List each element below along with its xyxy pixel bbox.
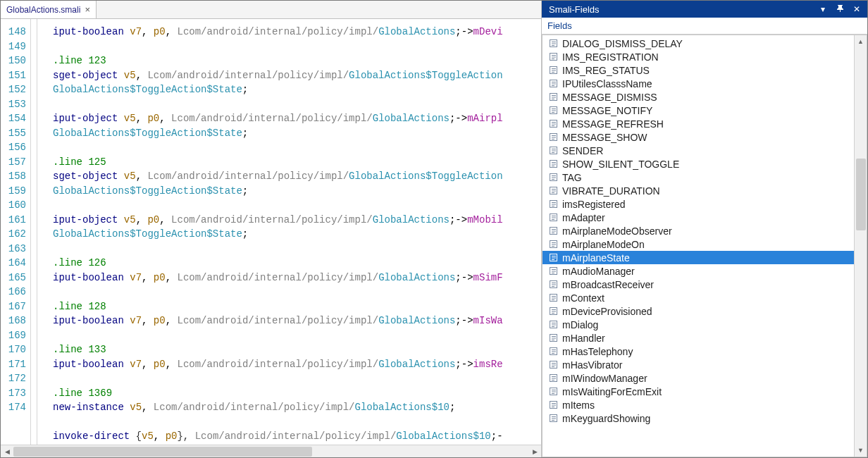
- field-item[interactable]: MESSAGE_REFRESH: [542, 117, 854, 130]
- code-line[interactable]: GlobalActions$ToggleAction$State;: [53, 227, 541, 242]
- field-icon: [548, 266, 558, 276]
- code-line[interactable]: [53, 285, 541, 299]
- code-line[interactable]: new-instance v5, Lcom/android/internal/p…: [53, 400, 541, 415]
- field-item[interactable]: mHasTelephony: [542, 345, 854, 358]
- field-label: mDialog: [562, 319, 598, 330]
- field-item[interactable]: mHasVibrator: [542, 358, 854, 371]
- scroll-right-icon[interactable]: ▶: [528, 445, 541, 457]
- field-label: mHasVibrator: [562, 359, 622, 371]
- code-line[interactable]: GlobalActions$ToggleAction$State;: [53, 126, 541, 141]
- code-line[interactable]: [53, 140, 541, 155]
- code-line[interactable]: [53, 39, 541, 54]
- field-item[interactable]: mIsWaitingForEcmExit: [542, 385, 854, 398]
- code-line[interactable]: iput-boolean v7, p0, Lcom/android/intern…: [53, 271, 541, 285]
- field-label: mKeyguardShowing: [562, 413, 650, 424]
- vscroll-thumb[interactable]: [856, 159, 866, 230]
- field-item[interactable]: mContext: [542, 291, 854, 304]
- code-line[interactable]: .line 126: [53, 256, 541, 271]
- field-label: mHasTelephony: [562, 346, 633, 357]
- field-icon: [548, 132, 558, 142]
- code-line[interactable]: .line 125: [53, 155, 541, 170]
- field-item[interactable]: mAirplaneModeOn: [542, 237, 854, 251]
- field-item[interactable]: imsRegistered: [542, 197, 854, 211]
- field-item[interactable]: MESSAGE_SHOW: [542, 130, 854, 144]
- code-line[interactable]: .line 128: [53, 299, 541, 314]
- close-icon[interactable]: ✕: [850, 4, 863, 14]
- field-item[interactable]: TAG: [542, 171, 854, 184]
- field-icon: [548, 119, 558, 129]
- field-label: mIWindowManager: [562, 373, 647, 384]
- dropdown-icon[interactable]: ▾: [817, 4, 829, 14]
- field-item[interactable]: SENDER: [542, 144, 854, 157]
- scroll-left-icon[interactable]: ◀: [1, 445, 13, 457]
- code-line[interactable]: [53, 97, 541, 112]
- field-item[interactable]: IMS_REG_STATUS: [542, 63, 854, 77]
- code-line[interactable]: GlobalActions$ToggleAction$State;: [53, 82, 541, 97]
- field-item[interactable]: mAdapter: [542, 211, 854, 224]
- field-item[interactable]: MESSAGE_NOTIFY: [542, 104, 854, 117]
- field-item[interactable]: IPUtilesClasssName: [542, 77, 854, 90]
- code-line[interactable]: iput-boolean v7, p0, Lcom/android/intern…: [53, 25, 541, 39]
- field-item[interactable]: mHandler: [542, 331, 854, 345]
- field-item[interactable]: mIWindowManager: [542, 371, 854, 385]
- field-item[interactable]: MESSAGE_DISMISS: [542, 90, 854, 104]
- code-line[interactable]: sget-object v5, Lcom/android/internal/po…: [53, 68, 541, 83]
- code-line[interactable]: [53, 242, 541, 256]
- hscroll-track[interactable]: [13, 445, 528, 457]
- field-label: IMS_REGISTRATION: [562, 51, 659, 63]
- field-item[interactable]: DIALOG_DISMISS_DELAY: [542, 37, 854, 50]
- code-line[interactable]: iput-object v5, p0, Lcom/android/interna…: [53, 111, 541, 126]
- code-line[interactable]: iput-object v5, p0, Lcom/android/interna…: [53, 213, 541, 228]
- field-label: IPUtilesClasssName: [562, 78, 652, 89]
- code-line[interactable]: GlobalActions$ToggleAction$State;: [53, 184, 541, 199]
- field-icon: [548, 307, 558, 316]
- code-line[interactable]: iput-boolean v7, p0, Lcom/android/intern…: [53, 314, 541, 328]
- scroll-down-icon[interactable]: ▼: [855, 444, 867, 457]
- field-label: VIBRATE_DURATION: [562, 185, 660, 197]
- code-line[interactable]: [53, 415, 541, 430]
- editor-tab-label: GlobalActions.smali: [6, 5, 80, 15]
- field-item[interactable]: VIBRATE_DURATION: [542, 184, 854, 197]
- scroll-up-icon[interactable]: ▲: [855, 35, 867, 48]
- close-icon[interactable]: ×: [85, 5, 90, 14]
- field-item[interactable]: SHOW_SILENT_TOGGLE: [542, 157, 854, 171]
- field-item[interactable]: mAudioManager: [542, 264, 854, 278]
- editor-tab[interactable]: GlobalActions.smali ×: [1, 1, 97, 18]
- field-item[interactable]: mBroadcastReceiver: [542, 278, 854, 291]
- field-icon: [548, 253, 558, 263]
- field-item[interactable]: mDialog: [542, 318, 854, 331]
- code-line[interactable]: iput-boolean v7, p0, Lcom/android/intern…: [53, 357, 541, 372]
- field-label: mDeviceProvisioned: [562, 306, 652, 317]
- code-line[interactable]: .line 123: [53, 54, 541, 68]
- field-item[interactable]: mAirplaneModeObserver: [542, 224, 854, 237]
- field-item[interactable]: mDeviceProvisioned: [542, 304, 854, 318]
- vertical-scrollbar[interactable]: ▲ ▼: [854, 35, 867, 457]
- field-item[interactable]: mAirplaneState: [542, 251, 854, 264]
- field-item[interactable]: mKeyguardShowing: [542, 411, 854, 425]
- field-icon: [548, 66, 558, 75]
- field-item[interactable]: mItems: [542, 398, 854, 411]
- field-icon: [548, 92, 558, 102]
- field-label: mContext: [562, 292, 604, 304]
- code-line[interactable]: .line 1369: [53, 386, 541, 401]
- field-item[interactable]: IMS_REGISTRATION: [542, 50, 854, 63]
- code-line[interactable]: [53, 328, 541, 343]
- code-line[interactable]: GlobalActions;)V: [53, 444, 541, 445]
- vscroll-track[interactable]: [855, 48, 867, 444]
- pin-icon[interactable]: [833, 4, 846, 14]
- code-line[interactable]: sget-object v5, Lcom/android/internal/po…: [53, 169, 541, 184]
- field-icon: [548, 226, 558, 236]
- field-list[interactable]: DIALOG_DISMISS_DELAYIMS_REGISTRATIONIMS_…: [542, 35, 854, 457]
- horizontal-scrollbar[interactable]: ◀ ▶: [1, 445, 541, 457]
- code-line[interactable]: [53, 371, 541, 386]
- code-body[interactable]: iput-boolean v7, p0, Lcom/android/intern…: [43, 19, 541, 445]
- hscroll-thumb[interactable]: [13, 447, 312, 457]
- editor-tab-bar: GlobalActions.smali ×: [1, 1, 541, 19]
- field-list-container: DIALOG_DISMISS_DELAYIMS_REGISTRATIONIMS_…: [542, 35, 867, 457]
- field-label: mItems: [562, 400, 595, 411]
- field-icon: [548, 280, 558, 290]
- code-line[interactable]: [53, 198, 541, 213]
- code-line[interactable]: .line 133: [53, 342, 541, 357]
- code-area[interactable]: 1481491501511521531541551561571581591601…: [1, 19, 541, 445]
- code-line[interactable]: invoke-direct {v5, p0}, Lcom/android/int…: [53, 429, 541, 444]
